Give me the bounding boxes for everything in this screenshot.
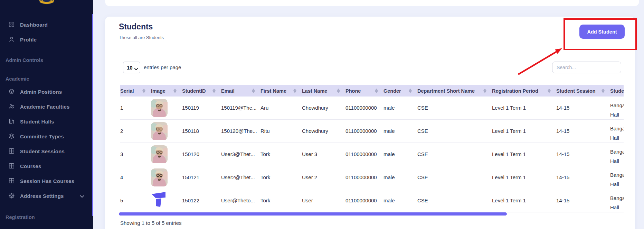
cell-last-name: User 3 [302, 143, 345, 166]
cell-email: 150119@The... [221, 97, 261, 119]
cell-first-name: Tork [261, 143, 302, 166]
cell-gender: male [383, 97, 417, 119]
sidebar-section-academic: Academic [0, 76, 93, 82]
sidebar-item-courses[interactable]: Courses [0, 159, 93, 174]
entries-per-page-control: 10 [123, 62, 140, 73]
cell-first-name: Tork [261, 166, 302, 189]
header-divider [105, 48, 635, 48]
grid-icon [8, 21, 15, 29]
topbar [105, 0, 639, 6]
cell-student-id: 150119 [182, 97, 221, 119]
users-icon [8, 103, 15, 111]
cell-serial: 3 [120, 143, 151, 166]
table-row: 5150122User@Theto...TorkUser01100000000m… [120, 189, 624, 212]
cell-last-name: Chowdhury [302, 97, 345, 119]
sidebar-nav: DashboardProfileAdmin ControlsAcademicAd… [0, 17, 93, 220]
sidebar-section-registration: Registration [0, 214, 93, 220]
column-header-student-hall[interactable]: Student Hall [610, 88, 624, 94]
cell-first-name: Aru [261, 97, 302, 119]
cell-serial: 2 [120, 120, 151, 143]
sort-arrows-icon [142, 89, 145, 93]
entries-per-page-select[interactable]: 10 [123, 62, 140, 73]
sidebar-item-admin-positions[interactable]: Admin Positions [0, 84, 93, 99]
column-header-phone[interactable]: Phone [345, 88, 383, 94]
cell-registration-period: Level 1 Term 1 [492, 166, 556, 189]
students-table: SerialImageStudentIDEmailFirst NameLast … [119, 85, 624, 212]
cell-email: User@Theto... [221, 189, 261, 212]
cell-student-hall: Bangabandhu Hall [610, 97, 624, 119]
cell-registration-period: Level 1 Term 1 [492, 143, 556, 166]
column-header-department-short-name[interactable]: Department Short Name [417, 88, 492, 94]
sidebar-scrollbar-thumb[interactable] [92, 14, 93, 216]
student-photo-avatar [151, 122, 182, 140]
cell-image [151, 166, 182, 189]
table-body: 1150119150119@The...AruChowdhury01100000… [120, 97, 624, 212]
sidebar-item-profile[interactable]: Profile [0, 32, 93, 47]
column-header-last-name[interactable]: Last Name [302, 88, 345, 94]
page-subtitle: These all are Students [119, 35, 164, 40]
gear-icon [8, 192, 15, 200]
sort-arrows-icon [375, 89, 378, 93]
sort-arrows-icon [293, 89, 296, 93]
cell-email: 150120@The... [221, 120, 261, 143]
cell-serial: 5 [120, 189, 151, 212]
sidebar-item-committee-types[interactable]: Committee Types [0, 129, 93, 144]
cell-first-name: Ritu [261, 120, 302, 143]
add-student-button[interactable]: Add Student [579, 25, 625, 39]
table-header-row: SerialImageStudentIDEmailFirst NameLast … [120, 85, 624, 97]
cell-serial: 4 [120, 166, 151, 189]
cell-department: CSE [417, 97, 492, 119]
layers-icon [8, 88, 15, 96]
table-row: 3150120User3@Thet...TorkUser 30110000000… [120, 143, 624, 166]
cell-registration-period: Level 1 Term 1 [492, 97, 556, 119]
student-photo-avatar [151, 168, 182, 186]
sort-arrows-icon [483, 89, 486, 93]
student-logo-image [151, 192, 182, 208]
table-row: 2150118150120@The...RituChowdhury0110000… [120, 120, 624, 143]
cell-department: CSE [417, 189, 492, 212]
column-header-student-session[interactable]: Student Session [556, 88, 610, 94]
table-horizontal-scrollbar[interactable] [119, 212, 507, 216]
column-header-studentid[interactable]: StudentID [182, 88, 221, 94]
table-icon [8, 177, 15, 185]
cell-phone: 01100000000 [345, 120, 383, 143]
cell-department: CSE [417, 143, 492, 166]
cell-image [151, 189, 182, 212]
cell-last-name: User [302, 189, 345, 212]
column-header-email[interactable]: Email [221, 88, 261, 94]
cell-student-hall: Bangabandhu Hall [610, 166, 624, 189]
cell-student-session: 14-15 [556, 143, 610, 166]
sort-arrows-icon [409, 89, 412, 93]
sort-arrows-icon [212, 89, 216, 93]
student-photo-avatar [151, 99, 182, 117]
sidebar-item-student-halls[interactable]: Student Halls [0, 114, 93, 129]
cell-last-name: User 2 [302, 166, 345, 189]
cell-first-name: Tork [261, 189, 302, 212]
sidebar-item-student-sessions[interactable]: Student Sessions [0, 144, 93, 159]
sidebar-item-dashboard[interactable]: Dashboard [0, 17, 93, 32]
column-header-gender[interactable]: Gender [383, 88, 417, 94]
sidebar-item-academic-faculties[interactable]: Academic Faculties [0, 99, 93, 114]
cell-student-session: 14-15 [556, 166, 610, 189]
column-header-registration-period[interactable]: Registration Period [492, 88, 556, 94]
entries-summary: Showing 1 to 5 of 5 entries [120, 220, 182, 226]
cell-department: CSE [417, 166, 492, 189]
cell-serial: 1 [120, 97, 151, 119]
column-header-serial[interactable]: Serial [120, 88, 151, 94]
sidebar-item-session-has-courses[interactable]: Session Has Courses [0, 174, 93, 189]
sidebar-section-admin-controls: Admin Controls [0, 57, 93, 63]
table-row: 1150119150119@The...AruChowdhury01100000… [120, 97, 624, 120]
column-header-first-name[interactable]: First Name [261, 88, 302, 94]
cell-department: CSE [417, 120, 492, 143]
sort-arrows-icon [252, 89, 255, 93]
layers-icon [8, 133, 15, 140]
cell-registration-period: Level 1 Term 1 [492, 189, 556, 212]
column-header-image[interactable]: Image [151, 88, 182, 94]
cell-phone: 01100000000 [345, 143, 383, 166]
sidebar-item-address-settings[interactable]: Address Settings [0, 189, 93, 203]
cell-image [151, 143, 182, 166]
search-input[interactable] [552, 62, 621, 73]
cell-registration-period: Level 1 Term 1 [492, 120, 556, 143]
cell-student-session: 14-15 [556, 189, 610, 212]
cell-student-session: 14-15 [556, 120, 610, 143]
